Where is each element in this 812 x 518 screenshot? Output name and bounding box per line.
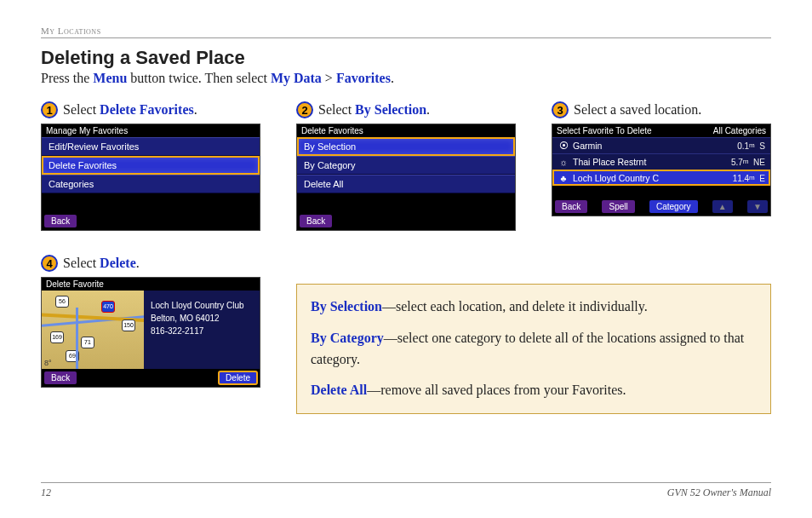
footer-rule bbox=[41, 482, 771, 483]
interstate-shield-icon: 470 bbox=[101, 301, 115, 313]
screen-3-footer: Back Spell Category ▲ ▼ bbox=[552, 198, 770, 216]
screen-2-title-text: Delete Favorites bbox=[301, 126, 363, 135]
screen-2-title: Delete Favorites bbox=[297, 124, 515, 137]
intro-kw-mydata: My Data bbox=[271, 71, 322, 85]
map-thumbnail: 56 470 150 169 71 69 8° bbox=[42, 291, 144, 369]
info-text: —select each location, and delete it ind… bbox=[382, 299, 648, 314]
step-4-head: 4 Select Delete. bbox=[41, 255, 260, 272]
menu-item-edit-review[interactable]: Edit/Review Favorites bbox=[42, 137, 260, 156]
menu-item-delete-all[interactable]: Delete All bbox=[297, 175, 515, 193]
steps-row-1: 1 Select Delete Favorites. Manage My Fav… bbox=[41, 101, 771, 231]
step-1-head: 1 Select Delete Favorites. bbox=[41, 101, 260, 118]
step-2-pre: Select bbox=[318, 102, 355, 117]
info-by-category: By Category—select one category to delet… bbox=[311, 328, 757, 371]
favorite-row-lochlloyd[interactable]: ♣Loch Lloyd Country C 11.4m E bbox=[552, 170, 770, 186]
intro-t1: Press the bbox=[41, 71, 93, 85]
favorite-row-thai[interactable]: ☼Thai Place Restrnt 5.7m NE bbox=[552, 153, 770, 170]
screen-3-title: Select Favorite To Delete All Categories bbox=[552, 124, 770, 137]
step-4-number-icon: 4 bbox=[41, 255, 58, 272]
highway-shield-icon: 150 bbox=[122, 319, 135, 331]
step-2-head: 2 Select By Selection. bbox=[296, 101, 516, 118]
favorite-name: Thai Place Restrnt bbox=[573, 157, 646, 167]
screen-4-body: 56 470 150 169 71 69 8° Loch Lloyd Count… bbox=[42, 291, 260, 369]
document-title: GVN 52 Owner's Manual bbox=[667, 486, 771, 499]
menu-item-by-selection[interactable]: By Selection bbox=[297, 137, 515, 156]
step-2-text: Select By Selection. bbox=[318, 102, 430, 118]
menu-item-categories[interactable]: Categories bbox=[42, 175, 260, 193]
favorite-row-garmin[interactable]: ⦿Garmin 0.1m S bbox=[552, 137, 770, 153]
step-1-text: Select Delete Favorites. bbox=[63, 102, 197, 118]
screen-2-delete-favorites: Delete Favorites By Selection By Categor… bbox=[296, 124, 516, 231]
info-kw: Delete All bbox=[311, 383, 367, 397]
step-4-post: . bbox=[136, 256, 140, 270]
step-3: 3 Select a saved location. Select Favori… bbox=[552, 101, 771, 231]
back-button[interactable]: Back bbox=[300, 215, 332, 227]
info-kw: By Selection bbox=[311, 299, 382, 314]
back-button[interactable]: Back bbox=[44, 371, 77, 384]
waypoint-icon: ⦿ bbox=[558, 141, 569, 151]
intro-kw-favorites: Favorites bbox=[336, 71, 391, 85]
info-delete-all: Delete All—remove all saved places from … bbox=[311, 380, 757, 401]
info-by-selection: By Selection—select each location, and d… bbox=[311, 296, 757, 318]
step-2-number-icon: 2 bbox=[296, 101, 313, 118]
screen-1-title-text: Manage My Favorites bbox=[46, 126, 128, 135]
header-rule bbox=[41, 37, 771, 38]
waypoint-icon: ☼ bbox=[558, 157, 569, 167]
step-1-post: . bbox=[194, 102, 197, 117]
scroll-down-icon[interactable]: ▼ bbox=[747, 200, 768, 213]
back-button[interactable]: Back bbox=[44, 215, 77, 227]
steps-row-2: 4 Select Delete. Delete Favorite 56 470 … bbox=[41, 255, 771, 414]
menu-item-by-category[interactable]: By Category bbox=[297, 156, 515, 175]
screen-4-title: Delete Favorite bbox=[42, 278, 260, 291]
menu-item-delete-favorites[interactable]: Delete Favorites bbox=[42, 156, 260, 175]
step-3-number-icon: 3 bbox=[552, 101, 569, 118]
section-label: My Locations bbox=[41, 26, 771, 36]
favorite-distance: 0.1m S bbox=[737, 141, 765, 151]
step-1-number-icon: 1 bbox=[41, 101, 58, 118]
page-title: Deleting a Saved Place bbox=[41, 47, 771, 69]
screen-3-title-text: Select Favorite To Delete bbox=[557, 126, 652, 135]
screen-4-delete-favorite: Delete Favorite 56 470 150 169 71 69 8° … bbox=[41, 277, 260, 388]
screen-4-footer: Back Delete bbox=[42, 369, 260, 387]
favorite-name: Garmin bbox=[573, 141, 602, 151]
favorite-distance: 11.4m E bbox=[733, 174, 765, 183]
waypoint-icon: ♣ bbox=[558, 173, 569, 183]
screen-2-footer: Back bbox=[297, 212, 515, 230]
step-1-pre: Select bbox=[63, 102, 100, 117]
scroll-up-icon[interactable]: ▲ bbox=[712, 200, 733, 213]
back-button[interactable]: Back bbox=[555, 200, 587, 213]
intro-text: Press the Menu button twice. Then select… bbox=[41, 71, 771, 86]
highway-shield-icon: 69 bbox=[66, 350, 79, 362]
delete-button[interactable]: Delete bbox=[219, 371, 257, 384]
favorite-distance: 5.7m NE bbox=[731, 158, 765, 167]
location-name: Loch Lloyd Country Club bbox=[151, 299, 253, 312]
step-1: 1 Select Delete Favorites. Manage My Fav… bbox=[41, 101, 260, 231]
highway-shield-icon: 169 bbox=[50, 331, 64, 343]
page-number: 12 bbox=[41, 486, 51, 499]
info-kw: By Category bbox=[311, 331, 384, 345]
category-button[interactable]: Category bbox=[649, 200, 698, 213]
step-2-kw: By Selection bbox=[355, 102, 426, 117]
step-4-kw: Delete bbox=[100, 256, 136, 270]
spell-button[interactable]: Spell bbox=[602, 200, 634, 213]
step-4-pre: Select bbox=[63, 256, 100, 270]
location-phone: 816-322-2117 bbox=[151, 325, 253, 337]
intro-t3: > bbox=[322, 71, 336, 85]
highway-shield-icon: 56 bbox=[55, 296, 69, 308]
step-3-head: 3 Select a saved location. bbox=[552, 101, 771, 118]
intro-t4: . bbox=[391, 71, 394, 85]
favorite-name: Loch Lloyd Country C bbox=[573, 173, 659, 183]
screen-1-manage-favorites: Manage My Favorites Edit/Review Favorite… bbox=[41, 124, 260, 231]
highway-shield-icon: 71 bbox=[81, 337, 94, 348]
step-2-post: . bbox=[426, 102, 430, 117]
step-4-text: Select Delete. bbox=[63, 256, 140, 271]
step-4: 4 Select Delete. Delete Favorite 56 470 … bbox=[41, 255, 260, 388]
step-2: 2 Select By Selection. Delete Favorites … bbox=[296, 101, 516, 231]
step-1-kw: Delete Favorites bbox=[100, 102, 194, 117]
step-3-text: Select a saved location. bbox=[574, 102, 701, 118]
screen-4-title-text: Delete Favorite bbox=[46, 279, 104, 289]
intro-t2: button twice. Then select bbox=[127, 71, 271, 85]
screen-1-title: Manage My Favorites bbox=[42, 124, 260, 137]
info-text: —remove all saved places from your Favor… bbox=[367, 383, 626, 397]
screen-1-footer: Back bbox=[42, 212, 260, 230]
